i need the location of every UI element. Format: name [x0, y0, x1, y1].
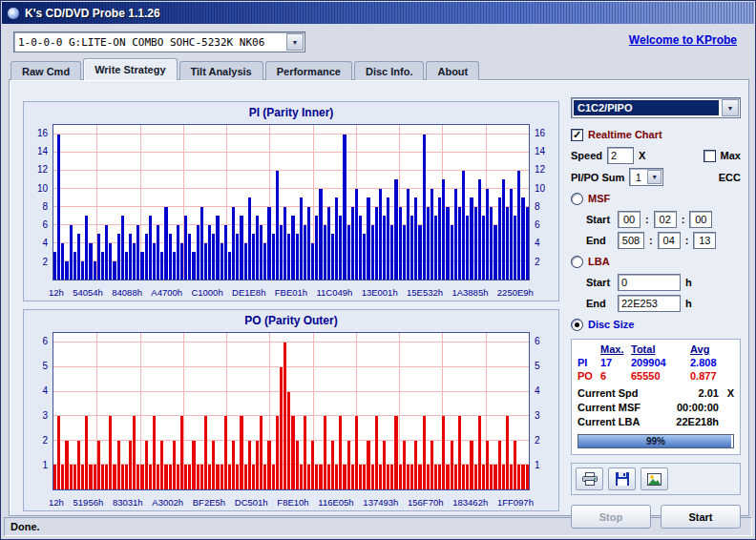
current-msf-label: Current MSF [578, 401, 652, 415]
msf-label: MSF [588, 193, 610, 204]
current-values: Current Spd 2.01 X Current MSF 00:00:00 … [578, 386, 734, 429]
msf-end-frame[interactable] [693, 232, 716, 249]
tab-write-strategy[interactable]: Write Strategy [83, 58, 177, 80]
pipo-sum-label: PI/PO Sum [571, 172, 624, 183]
po-x-axis-labels: 12h51956h83031hA3002hBF2E5hDC501hF8E10h1… [49, 497, 534, 508]
max-label: Max [721, 150, 741, 161]
stats-row-pi-max: 17 [600, 357, 631, 368]
start-button[interactable]: Start [661, 505, 741, 529]
print-button[interactable] [576, 467, 603, 490]
progress-label: 99% [578, 435, 733, 447]
current-lba-label: Current LBA [578, 415, 652, 429]
pi-y-axis-right: 246810121416 [532, 124, 557, 280]
tab-performance[interactable]: Performance [265, 61, 352, 80]
current-lba-value: 22E218h [676, 415, 719, 429]
pi-plot-area [52, 124, 530, 280]
mode-select[interactable]: C1C2/PIPO ▼ [571, 97, 741, 118]
tab-strip: Raw CmdWrite StrategyTilt AnalysisPerfor… [10, 58, 481, 80]
lba-end-label: End [586, 298, 613, 309]
max-checkbox[interactable] [704, 150, 716, 162]
stats-row-po-name: PO [578, 370, 600, 382]
picture-icon [647, 473, 662, 486]
toolbar: 1-0-0-0 G:LITE-ON COMBO SOHC-5232K NK06 … [2, 24, 754, 59]
po-y-axis-right: 123456 [532, 332, 557, 490]
mode-select-value: C1C2/PIPO [574, 100, 719, 115]
current-msf-value: 00:00:00 [677, 401, 719, 415]
lba-start-input[interactable] [618, 274, 681, 291]
chart-bars [53, 125, 529, 280]
tab-disc-info[interactable]: Disc Info. [354, 61, 425, 80]
lba-end-input[interactable] [618, 295, 681, 312]
msf-separator: : [685, 235, 689, 246]
welcome-link[interactable]: Welcome to KProbe [629, 33, 737, 47]
device-select-value: 1-0-0-0 G:LITE-ON COMBO SOHC-5232K NK06 [14, 36, 285, 49]
current-spd-value: 2.01 [699, 386, 719, 401]
tab-raw-cmd[interactable]: Raw Cmd [10, 61, 81, 80]
app-icon [7, 7, 20, 20]
pipo-sum-value: 1 [630, 172, 646, 183]
msf-separator: : [649, 235, 653, 246]
disc-size-radio[interactable] [571, 319, 583, 331]
realtime-label: Realtime Chart [588, 129, 662, 140]
pipo-sum-select[interactable]: 1 ▼ [629, 168, 663, 186]
save-button[interactable] [608, 467, 636, 490]
window-title: K's CD/DVD Probe 1.1.26 [25, 7, 160, 20]
realtime-checkbox[interactable]: ✓ [571, 129, 583, 141]
msf-start-frame[interactable] [689, 211, 712, 228]
app-window: K's CD/DVD Probe 1.1.26 1-0-0-0 G:LITE-O… [0, 0, 756, 540]
pi-chart: PI (Parity Inner) 246810121416 246810121… [23, 101, 559, 301]
speed-unit-label: X [639, 150, 645, 161]
msf-radio[interactable] [571, 193, 583, 205]
control-panel: C1C2/PIPO ▼ ✓ Realtime Chart Speed X Max… [571, 97, 741, 529]
stop-button[interactable]: Stop [571, 505, 651, 529]
chart-bars [53, 333, 529, 489]
po-plot-area [52, 332, 530, 490]
stats-row-pi-avg: 2.808 [690, 357, 734, 368]
tab-tilt-analysis[interactable]: Tilt Analysis [179, 61, 263, 80]
msf-separator: : [645, 214, 649, 225]
lba-end-hex-suffix: h [685, 298, 692, 309]
lba-label: LBA [588, 256, 610, 267]
tool-button-group [571, 463, 741, 495]
lba-start-label: Start [586, 277, 613, 288]
msf-start-min[interactable] [618, 211, 640, 228]
stats-header-max: Max. [600, 343, 631, 355]
stats-panel: Max. Total Avg PI 17 209904 2.808 PO 6 6… [571, 339, 741, 455]
msf-start-label: Start [586, 214, 613, 225]
tab-about[interactable]: About [426, 61, 479, 80]
title-bar[interactable]: K's CD/DVD Probe 1.1.26 [2, 2, 754, 24]
stats-row-po-max: 6 [600, 370, 631, 382]
speed-label: Speed [571, 150, 602, 161]
action-buttons: Stop Start [571, 505, 741, 529]
current-spd-label: Current Spd [578, 386, 652, 401]
msf-end-label: End [586, 235, 613, 246]
msf-end-min[interactable] [618, 232, 644, 249]
progress-bar: 99% [578, 434, 734, 448]
pi-x-axis-labels: 12h54054h84088hA4700hC1000hDE1E8hFBE01h1… [49, 287, 534, 298]
po-chart-title: PO (Parity Outer) [24, 314, 558, 327]
ecc-label: ECC [719, 172, 741, 183]
device-select[interactable]: 1-0-0-0 G:LITE-ON COMBO SOHC-5232K NK06 … [13, 31, 305, 52]
write-strategy-page: PI (Parity Inner) 246810121416 246810121… [9, 79, 749, 516]
msf-start-sec[interactable] [654, 211, 677, 228]
chevron-down-icon[interactable]: ▼ [286, 33, 304, 51]
lba-start-hex-suffix: h [685, 277, 692, 288]
chevron-down-icon[interactable]: ▼ [722, 99, 739, 116]
disc-size-label: Disc Size [588, 319, 634, 330]
stats-row-po-avg: 0.877 [690, 370, 734, 382]
chevron-down-icon[interactable]: ▼ [647, 170, 662, 184]
msf-end-sec[interactable] [658, 232, 681, 249]
floppy-disk-icon [616, 472, 629, 486]
stats-header-total: Total [631, 343, 690, 355]
current-spd-suffix: X [719, 386, 734, 401]
printer-icon [582, 472, 598, 486]
stats-header-avg: Avg [690, 343, 734, 355]
stats-row-pi-name: PI [578, 357, 600, 368]
export-image-button[interactable] [640, 467, 668, 490]
status-text: Done. [10, 521, 40, 532]
speed-input[interactable] [607, 147, 634, 164]
po-chart: PO (Parity Outer) 123456 123456 12h51956… [23, 309, 559, 511]
stats-table: Max. Total Avg PI 17 209904 2.808 PO 6 6… [578, 343, 734, 382]
lba-radio[interactable] [571, 256, 583, 268]
stats-row-pi-total: 209904 [631, 357, 690, 368]
